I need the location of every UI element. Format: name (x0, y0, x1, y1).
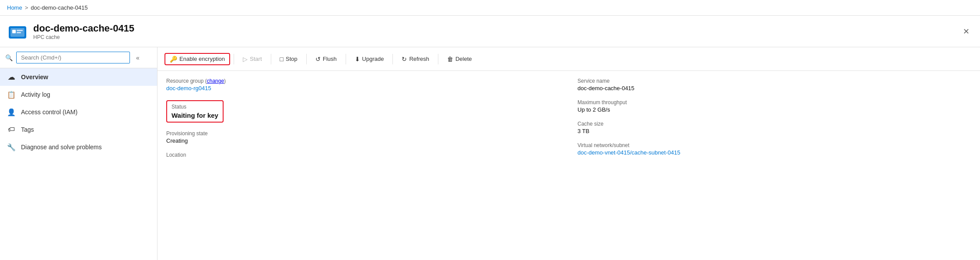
detail-label-location: Location (166, 152, 560, 158)
tags-icon: 🏷 (7, 125, 16, 134)
detail-location: Location (166, 152, 560, 158)
upgrade-icon: ⬇ (355, 56, 360, 63)
detail-service-name: Service name doc-demo-cache-0415 (578, 78, 971, 91)
sidebar-item-access-control[interactable]: 👤 Access control (IAM) (0, 103, 157, 121)
main-layout: 🔍 « ☁ Overview 📋 Activity log 👤 Access c… (0, 47, 980, 260)
delete-label: Delete (455, 56, 472, 62)
breadcrumb-separator: > (25, 4, 28, 11)
detail-max-throughput: Maximum throughput Up to 2 GB/s (578, 99, 971, 113)
toolbar-sep-5 (438, 54, 438, 64)
activity-log-icon: 📋 (7, 90, 16, 99)
refresh-button[interactable]: ↻ Refresh (396, 53, 434, 65)
sidebar: 🔍 « ☁ Overview 📋 Activity log 👤 Access c… (0, 47, 158, 260)
detail-label-resource-group: Resource group (change) (166, 78, 560, 84)
detail-label-vnet-subnet: Virtual network/subnet (578, 142, 971, 148)
toolbar-sep-3 (346, 54, 346, 64)
toolbar-sep-2 (306, 54, 307, 64)
detail-label-cache-size: Cache size (578, 121, 971, 127)
start-label: Start (250, 56, 262, 62)
flush-label: Flush (323, 56, 337, 62)
detail-status: Status Waiting for key (166, 100, 224, 123)
close-button[interactable]: ✕ (959, 25, 973, 38)
search-bar: 🔍 « (0, 47, 157, 68)
detail-value-max-throughput: Up to 2 GB/s (578, 106, 971, 113)
stop-label: Stop (286, 56, 298, 62)
breadcrumb-current: doc-demo-cache-0415 (31, 4, 88, 11)
diagnose-icon: 🔧 (7, 143, 16, 151)
overview-icon: ☁ (7, 73, 16, 81)
details-right: Service name doc-demo-cache-0415 Maximum… (578, 78, 971, 253)
sidebar-item-overview[interactable]: ☁ Overview (0, 68, 157, 86)
breadcrumb: Home > doc-demo-cache-0415 (7, 4, 88, 11)
detail-value-service-name: doc-demo-cache-0415 (578, 85, 971, 91)
collapse-sidebar-button[interactable]: « (133, 53, 142, 63)
delete-button[interactable]: 🗑 Delete (442, 53, 477, 65)
sidebar-item-activity-log[interactable]: 📋 Activity log (0, 86, 157, 103)
toolbar-sep-0 (234, 54, 234, 64)
sidebar-item-label-tags: Tags (21, 126, 34, 133)
svg-rect-4 (17, 32, 21, 33)
start-button: ▷ Start (238, 53, 267, 65)
detail-label-service-name: Service name (578, 78, 971, 84)
page-header: doc-demo-cache-0415 HPC cache ✕ (0, 16, 980, 47)
resource-group-link[interactable]: doc-demo-rg0415 (166, 85, 211, 91)
sidebar-item-label-diagnose: Diagnose and solve problems (21, 144, 102, 151)
resource-icon (7, 21, 28, 42)
vnet-subnet-link[interactable]: doc-demo-vnet-0415/cache-subnet-0415 (578, 149, 680, 156)
start-icon: ▷ (243, 56, 248, 63)
flush-button[interactable]: ↺ Flush (310, 53, 342, 65)
details-area: Resource group (change) doc-demo-rg0415 … (158, 71, 980, 260)
page-subtitle: HPC cache (33, 34, 134, 40)
detail-value-vnet-subnet: doc-demo-vnet-0415/cache-subnet-0415 (578, 149, 971, 156)
header-left: doc-demo-cache-0415 HPC cache (7, 21, 134, 42)
header-text: doc-demo-cache-0415 HPC cache (33, 23, 134, 40)
search-icon: 🔍 (5, 54, 13, 61)
content-area: 🔑 Enable encryption ▷ Start □ Stop ↺ Flu… (158, 47, 980, 260)
stop-button[interactable]: □ Stop (275, 53, 303, 65)
detail-label-status: Status (172, 104, 218, 110)
flush-icon: ↺ (315, 56, 321, 63)
toolbar-sep-1 (271, 54, 271, 64)
details-left: Resource group (change) doc-demo-rg0415 … (166, 78, 560, 253)
enable-encryption-button[interactable]: 🔑 Enable encryption (164, 53, 230, 65)
detail-label-provisioning-state: Provisioning state (166, 130, 560, 137)
enable-encryption-label: Enable encryption (179, 56, 225, 62)
nav-items: ☁ Overview 📋 Activity log 👤 Access contr… (0, 68, 157, 260)
detail-value-status: Waiting for key (172, 112, 218, 119)
toolbar-sep-4 (392, 54, 393, 64)
refresh-label: Refresh (409, 56, 429, 62)
detail-value-provisioning-state: Creating (166, 137, 560, 144)
detail-label-max-throughput: Maximum throughput (578, 99, 971, 105)
sidebar-item-label-overview: Overview (21, 74, 48, 81)
access-control-icon: 👤 (7, 108, 16, 116)
upgrade-label: Upgrade (362, 56, 384, 62)
delete-icon: 🗑 (447, 56, 453, 63)
detail-value-resource-group: doc-demo-rg0415 (166, 85, 560, 91)
refresh-icon: ↻ (402, 56, 407, 63)
svg-rect-2 (12, 30, 16, 33)
sidebar-item-label-activity-log: Activity log (21, 91, 50, 98)
enable-encryption-icon: 🔑 (170, 56, 177, 63)
detail-value-cache-size: 3 TB (578, 128, 971, 134)
sidebar-item-label-access-control: Access control (IAM) (21, 109, 77, 116)
svg-rect-3 (17, 30, 23, 31)
sidebar-item-diagnose[interactable]: 🔧 Diagnose and solve problems (0, 138, 157, 156)
detail-resource-group: Resource group (change) doc-demo-rg0415 (166, 78, 560, 91)
sidebar-item-tags[interactable]: 🏷 Tags (0, 121, 157, 138)
breadcrumb-home[interactable]: Home (7, 4, 22, 11)
top-bar: Home > doc-demo-cache-0415 (0, 0, 980, 16)
toolbar: 🔑 Enable encryption ▷ Start □ Stop ↺ Flu… (158, 47, 980, 71)
upgrade-button[interactable]: ⬇ Upgrade (350, 53, 389, 65)
change-resource-group-link[interactable]: change (207, 78, 224, 84)
search-input[interactable] (16, 52, 130, 63)
detail-cache-size: Cache size 3 TB (578, 121, 971, 134)
page-title: doc-demo-cache-0415 (33, 23, 134, 34)
detail-vnet-subnet: Virtual network/subnet doc-demo-vnet-041… (578, 142, 971, 156)
detail-provisioning-state: Provisioning state Creating (166, 130, 560, 144)
stop-icon: □ (280, 56, 284, 63)
